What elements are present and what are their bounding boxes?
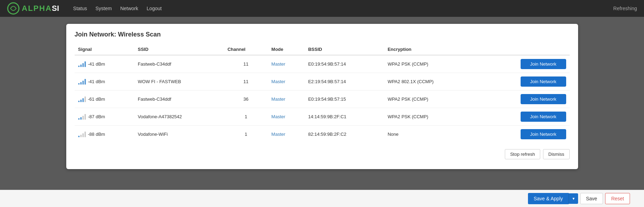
col-action <box>477 44 569 55</box>
dismiss-button[interactable]: Dismiss <box>543 149 570 159</box>
logo-alpha: ALPHA <box>22 4 52 13</box>
col-channel: Channel <box>224 44 268 55</box>
table-row: -41 dBm WOW FI - FASTWEB 11 Master E2:19… <box>75 73 570 91</box>
navbar: ALPHASI Status System Network Logout Ref… <box>0 0 644 17</box>
table-row: -88 dBm Vodafone-WiFi 1 Master 82:14:59:… <box>75 126 570 143</box>
card-footer: Stop refresh Dismiss <box>75 149 570 159</box>
join-network-button-4[interactable]: Join Network <box>521 129 566 139</box>
signal-cell-2: -61 dBm <box>75 91 135 108</box>
save-apply-dropdown-button[interactable]: ▾ <box>569 193 578 204</box>
action-cell-4: Join Network <box>477 126 569 143</box>
encryption-cell-2: WPA2 PSK (CCMP) <box>384 91 477 108</box>
signal-value-4: -88 dBm <box>88 132 105 137</box>
channel-cell-3: 1 <box>224 108 268 126</box>
encryption-cell-4: None <box>384 126 477 143</box>
ssid-cell-2: Fastweb-C34ddf <box>134 91 224 108</box>
table-row: -61 dBm Fastweb-C34ddf 36 Master E0:19:5… <box>75 91 570 108</box>
logo-icon <box>7 2 20 15</box>
encryption-cell-0: WPA2 PSK (CCMP) <box>384 55 477 73</box>
bssid-cell-1: E2:19:54:9B:57:14 <box>305 73 384 91</box>
action-cell-3: Join Network <box>477 108 569 126</box>
col-bssid: BSSID <box>305 44 384 55</box>
reset-button[interactable]: Reset <box>605 193 630 204</box>
encryption-cell-1: WPA2 802.1X (CCMP) <box>384 73 477 91</box>
channel-cell-2: 36 <box>224 91 268 108</box>
action-cell-2: Join Network <box>477 91 569 108</box>
signal-value-2: -61 dBm <box>88 96 105 102</box>
table-row: -41 dBm Fastweb-C34ddf 11 Master E0:19:5… <box>75 55 570 73</box>
card: Join Network: Wireless Scan Signal SSID … <box>66 24 578 169</box>
signal-value-3: -87 dBm <box>88 114 105 119</box>
bssid-cell-0: E0:19:54:9B:57:14 <box>305 55 384 73</box>
signal-cell-0: -41 dBm <box>75 55 135 73</box>
channel-cell-1: 11 <box>224 73 268 91</box>
action-cell-0: Join Network <box>477 55 569 73</box>
ssid-cell-4: Vodafone-WiFi <box>134 126 224 143</box>
logo-si: SI <box>52 4 59 13</box>
action-cell-1: Join Network <box>477 73 569 91</box>
encryption-cell-3: WPA2 PSK (CCMP) <box>384 108 477 126</box>
col-encryption: Encryption <box>384 44 477 55</box>
nav-network[interactable]: Network <box>120 6 138 11</box>
table-row: -87 dBm Vodafone-A47382542 1 Master 14:1… <box>75 108 570 126</box>
channel-cell-4: 1 <box>224 126 268 143</box>
col-signal: Signal <box>75 44 135 55</box>
refreshing-text: Refreshing <box>613 6 637 11</box>
join-network-button-2[interactable]: Join Network <box>521 94 566 104</box>
ssid-cell-3: Vodafone-A47382542 <box>134 108 224 126</box>
save-apply-button[interactable]: Save & Apply <box>528 193 568 204</box>
save-button[interactable]: Save <box>580 193 603 204</box>
signal-cell-1: -41 dBm <box>75 73 135 91</box>
col-ssid: SSID <box>134 44 224 55</box>
mode-cell-1: Master <box>268 73 305 91</box>
bssid-cell-4: 82:14:59:9B:2F:C2 <box>305 126 384 143</box>
logo: ALPHASI <box>7 2 59 15</box>
stop-refresh-button[interactable]: Stop refresh <box>505 149 540 159</box>
bssid-cell-2: E0:19:54:9B:57:15 <box>305 91 384 108</box>
join-network-button-0[interactable]: Join Network <box>521 59 566 69</box>
signal-cell-3: -87 dBm <box>75 108 135 126</box>
mode-cell-2: Master <box>268 91 305 108</box>
svg-point-0 <box>8 3 19 14</box>
action-bar: Save & Apply ▾ Save Reset <box>0 190 644 207</box>
nav-logout[interactable]: Logout <box>147 6 162 11</box>
bssid-cell-3: 14:14:59:9B:2F:C1 <box>305 108 384 126</box>
nav-links: Status System Network Logout <box>73 6 162 11</box>
nav-system[interactable]: System <box>95 6 112 11</box>
col-mode: Mode <box>268 44 305 55</box>
ssid-cell-1: WOW FI - FASTWEB <box>134 73 224 91</box>
nav-status[interactable]: Status <box>73 6 87 11</box>
main-area: Join Network: Wireless Scan Signal SSID … <box>0 17 644 176</box>
signal-cell-4: -88 dBm <box>75 126 135 143</box>
signal-value-1: -41 dBm <box>88 79 105 84</box>
card-title: Join Network: Wireless Scan <box>75 31 570 38</box>
channel-cell-0: 11 <box>224 55 268 73</box>
join-network-button-3[interactable]: Join Network <box>521 112 566 122</box>
join-network-button-1[interactable]: Join Network <box>521 76 566 87</box>
networks-table: Signal SSID Channel Mode BSSID Encryptio… <box>75 44 570 143</box>
mode-cell-3: Master <box>268 108 305 126</box>
signal-value-0: -41 dBm <box>88 61 105 67</box>
ssid-cell-0: Fastweb-C34ddf <box>134 55 224 73</box>
mode-cell-0: Master <box>268 55 305 73</box>
mode-cell-4: Master <box>268 126 305 143</box>
